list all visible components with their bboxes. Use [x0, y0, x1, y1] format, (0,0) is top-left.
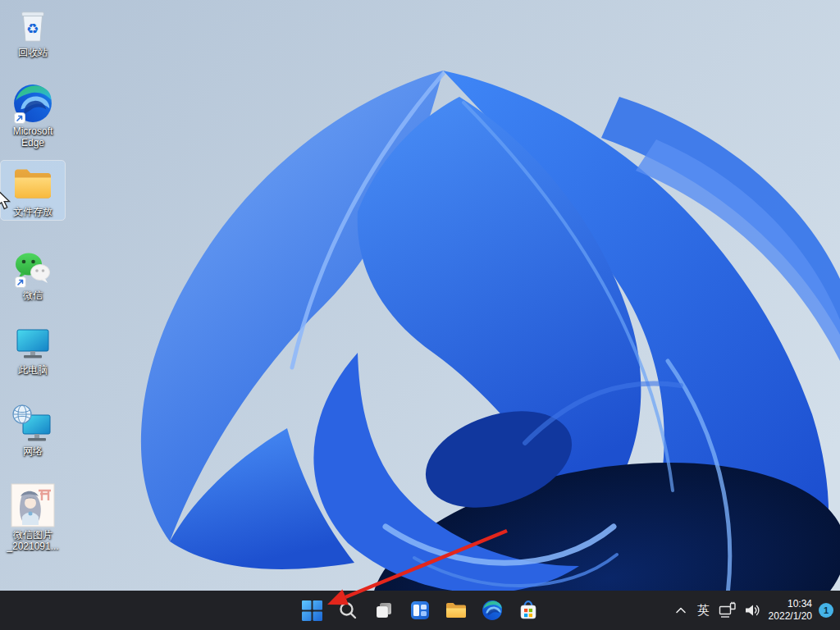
desktop-icon-network[interactable]: 网络 — [1, 402, 65, 459]
notification-badge[interactable]: 1 — [819, 603, 833, 618]
chevron-up-icon — [673, 602, 689, 619]
clock[interactable]: 10:34 2022/1/20 — [765, 594, 816, 627]
svg-text:♻: ♻ — [26, 21, 39, 37]
file-explorer-button[interactable] — [440, 594, 472, 627]
widgets-button[interactable] — [404, 594, 436, 627]
speaker-icon — [743, 601, 761, 619]
windows-logo-icon — [302, 600, 322, 621]
image-thumbnail — [11, 483, 55, 527]
start-button[interactable] — [295, 594, 328, 627]
folder-icon — [11, 163, 54, 204]
volume-tray-button[interactable] — [740, 594, 765, 627]
tray-chevron-button[interactable] — [669, 594, 692, 627]
ime-language-label: 英 — [697, 603, 710, 619]
widgets-icon — [410, 600, 430, 620]
desktop-icon-folder[interactable]: 文件存放 — [1, 161, 65, 220]
taskbar-center-group — [295, 591, 545, 630]
microsoft-store-icon — [518, 600, 539, 621]
network-tray-button[interactable] — [715, 594, 740, 627]
desktop-icon-edge[interactable]: Microsoft Edge — [1, 80, 65, 151]
desktop-icon-recycle-bin[interactable]: ♻ 回收站 — [1, 5, 65, 61]
shortcut-arrow-icon — [15, 276, 26, 288]
search-icon — [338, 600, 358, 620]
icon-label: 微信图片 _2021091... — [7, 529, 58, 552]
icon-label: 文件存放 — [13, 206, 52, 217]
task-view-button[interactable] — [368, 594, 400, 627]
ethernet-icon — [719, 601, 737, 619]
clock-date: 2022/1/20 — [769, 610, 812, 623]
icon-label: Microsoft Edge — [2, 126, 64, 148]
microsoft-store-button[interactable] — [512, 594, 545, 627]
recycle-bin-icon: ♻ — [14, 7, 52, 45]
windows-desktop: ♻ 回收站 — [0, 0, 840, 630]
taskbar: 英 — [0, 591, 840, 630]
icon-label: 微信 — [23, 290, 43, 301]
system-tray: 英 — [669, 591, 835, 630]
clock-time: 10:34 — [769, 598, 812, 610]
wallpaper-bloom — [0, 0, 840, 630]
edge-icon — [482, 600, 503, 621]
task-view-icon — [374, 600, 394, 620]
desktop-icon-image-file[interactable]: 微信图片 _2021091... — [1, 481, 65, 555]
ime-language-button[interactable]: 英 — [692, 594, 715, 627]
icon-label: 回收站 — [18, 47, 48, 58]
icon-label: 网络 — [23, 445, 43, 457]
wechat-icon — [13, 250, 52, 288]
network-icon — [12, 404, 53, 444]
shortcut-arrow-icon — [14, 112, 25, 124]
file-explorer-icon — [445, 600, 467, 621]
search-button[interactable] — [331, 594, 364, 627]
edge-button[interactable] — [476, 594, 509, 627]
icon-label: 此电脑 — [18, 364, 48, 376]
desktop-icon-wechat[interactable]: 微信 — [1, 248, 65, 304]
desktop-icon-this-pc[interactable]: 此电脑 — [1, 324, 65, 378]
this-pc-icon — [14, 326, 52, 363]
edge-icon — [12, 83, 53, 124]
